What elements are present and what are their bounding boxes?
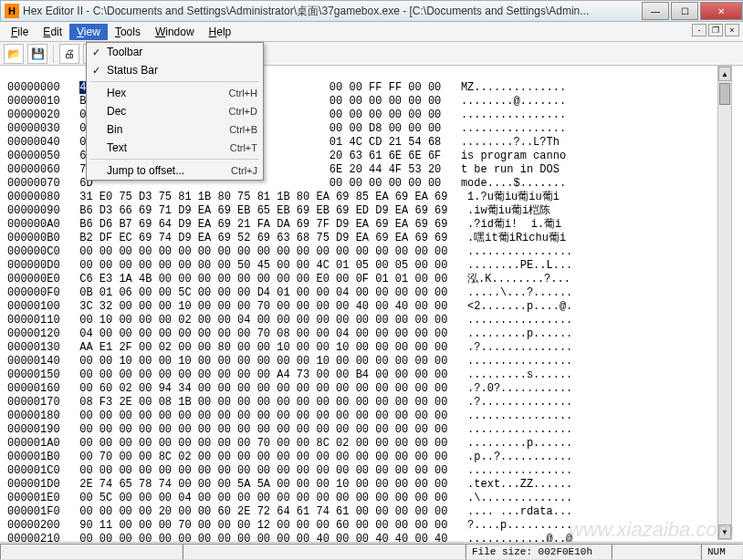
menu-view[interactable]: View bbox=[69, 24, 108, 40]
menu-window[interactable]: Window bbox=[148, 24, 202, 40]
hex-row: 00000090 B6 D3 66 69 71 D9 EA 69 EB 65 E… bbox=[7, 204, 550, 217]
dropdown-separator bbox=[90, 81, 259, 82]
menu-bar: File Edit View Tools Window Help - ❐ × bbox=[0, 22, 743, 42]
vertical-scrollbar[interactable]: ▲ ▼ bbox=[717, 66, 732, 540]
app-icon: H bbox=[5, 4, 19, 18]
check-icon: ✓ bbox=[92, 65, 107, 77]
hex-row: 000000C0 00 00 00 00 00 00 00 00 00 00 0… bbox=[7, 245, 572, 258]
mdi-close[interactable]: × bbox=[725, 24, 739, 36]
title-bar: H Hex Editor II - C:\Documents and Setti… bbox=[0, 0, 743, 22]
hex-row: 00000120 04 00 00 00 00 00 00 00 00 70 0… bbox=[7, 327, 572, 340]
toolbar-divider bbox=[53, 45, 54, 63]
open-icon[interactable]: 📂 bbox=[4, 44, 24, 64]
dropdown-separator bbox=[90, 159, 259, 160]
print-icon[interactable]: 🖨 bbox=[59, 44, 79, 64]
save-icon[interactable]: 💾 bbox=[27, 44, 47, 64]
dd-toolbar[interactable]: ✓Toolbar bbox=[87, 43, 263, 61]
hex-row: 00000180 00 00 00 00 00 00 00 00 00 00 0… bbox=[7, 410, 572, 422]
hex-row: 000001B0 00 70 00 00 8C 02 00 00 00 00 0… bbox=[7, 451, 572, 463]
scroll-thumb[interactable] bbox=[719, 83, 730, 105]
dd-bin[interactable]: BinCtrl+B bbox=[87, 120, 263, 139]
close-button[interactable]: ✕ bbox=[700, 2, 742, 20]
hex-row: 00000080 31 E0 75 D3 75 81 1B 80 75 81 1… bbox=[7, 191, 560, 203]
dd-dec[interactable]: DecCtrl+D bbox=[87, 102, 263, 120]
check-icon: ✓ bbox=[92, 47, 107, 58]
hex-row: 00000200 90 11 00 00 00 70 00 00 00 12 0… bbox=[7, 519, 572, 532]
status-cell bbox=[612, 544, 701, 560]
hex-row: 000000D0 00 00 00 00 00 00 00 00 50 45 0… bbox=[7, 259, 572, 272]
dd-text[interactable]: TextCtrl+T bbox=[87, 139, 263, 157]
menu-tools[interactable]: Tools bbox=[108, 24, 148, 40]
hex-row: 000000F0 0B 01 06 00 00 5C 00 00 00 D4 0… bbox=[7, 286, 572, 299]
scroll-up-icon[interactable]: ▲ bbox=[718, 67, 731, 81]
hex-row: 00000160 00 60 02 00 94 34 00 00 00 00 0… bbox=[7, 382, 572, 395]
dd-statusbar[interactable]: ✓Status Bar bbox=[87, 61, 263, 79]
mdi-restore[interactable]: ❐ bbox=[708, 24, 723, 36]
hex-row: 00000140 00 00 10 00 00 10 00 00 00 00 0… bbox=[7, 355, 572, 368]
status-bar: File size: 002F0E10h NUM bbox=[0, 542, 743, 560]
hex-row: 00000100 3C 32 00 00 00 10 00 00 00 70 0… bbox=[7, 300, 572, 313]
menu-help[interactable]: Help bbox=[202, 24, 239, 40]
hex-row: 000001A0 00 00 00 00 00 00 00 00 00 70 0… bbox=[7, 437, 572, 450]
status-cell bbox=[0, 544, 183, 560]
hex-row: 000000A0 B6 D6 B7 69 64 D9 EA 69 21 FA D… bbox=[7, 218, 561, 231]
status-cell bbox=[183, 544, 466, 560]
window-title: Hex Editor II - C:\Documents and Setting… bbox=[23, 4, 640, 19]
status-num: NUM bbox=[701, 544, 743, 560]
hex-row: 000001E0 00 5C 00 00 00 04 00 00 00 00 0… bbox=[7, 492, 572, 504]
hex-row: 00000130 AA E1 2F 00 02 00 00 80 00 00 1… bbox=[7, 341, 572, 354]
view-dropdown: ✓Toolbar ✓Status Bar HexCtrl+H DecCtrl+D… bbox=[86, 42, 264, 181]
menu-edit[interactable]: Edit bbox=[36, 24, 69, 40]
hex-row: 00000110 00 10 00 00 00 02 00 00 04 00 0… bbox=[7, 314, 572, 327]
hex-row: 000001C0 00 00 00 00 00 00 00 00 00 00 0… bbox=[7, 464, 572, 477]
hex-row: 000000E0 C6 E3 1A 4B 00 00 00 00 00 00 0… bbox=[7, 273, 570, 285]
minimize-button[interactable]: — bbox=[642, 2, 669, 20]
mdi-minimize[interactable]: - bbox=[692, 24, 706, 36]
hex-row: 000001D0 2E 74 65 78 74 00 00 00 5A 5A 0… bbox=[7, 478, 572, 491]
dd-hex[interactable]: HexCtrl+H bbox=[87, 84, 263, 102]
hex-row: 00000210 00 00 00 00 00 00 00 00 00 00 0… bbox=[7, 533, 572, 542]
hex-row: 00000170 08 F3 2E 00 08 1B 00 00 00 00 0… bbox=[7, 396, 572, 409]
dd-jump[interactable]: Jump to offset...Ctrl+J bbox=[87, 161, 263, 180]
hex-row: 00000190 00 00 00 00 00 00 00 00 00 00 0… bbox=[7, 423, 572, 436]
maximize-button[interactable]: ☐ bbox=[671, 2, 698, 20]
hex-row: 00000150 00 00 00 00 00 00 00 00 00 00 A… bbox=[7, 368, 572, 381]
hex-row: 000001F0 00 00 00 00 20 00 00 60 2E 72 6… bbox=[7, 505, 572, 518]
scroll-down-icon[interactable]: ▼ bbox=[718, 524, 731, 539]
menu-file[interactable]: File bbox=[4, 24, 36, 40]
status-filesize: File size: 002F0E10h bbox=[466, 544, 612, 560]
hex-row: 000000B0 B2 DF EC 69 74 D9 EA 69 52 69 6… bbox=[7, 232, 566, 244]
